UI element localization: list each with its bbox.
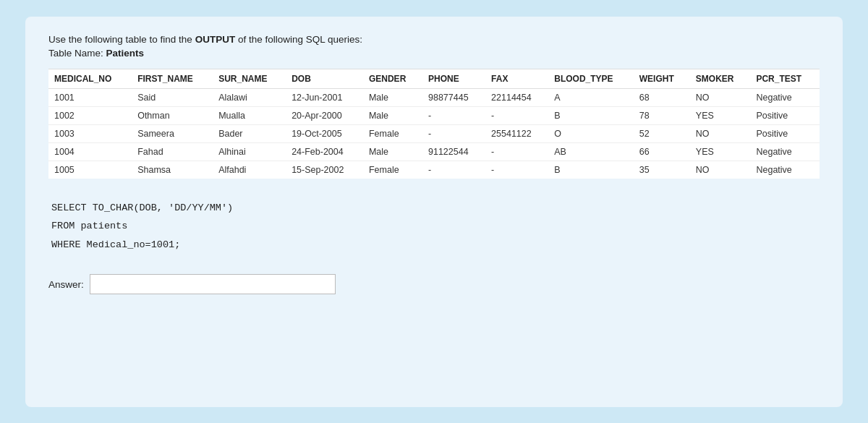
cell-r1-c1: Othman bbox=[132, 106, 213, 124]
cell-r2-c3: 19-Oct-2005 bbox=[286, 124, 363, 142]
cell-r0-c8: 68 bbox=[634, 88, 690, 106]
cell-r4-c8: 35 bbox=[634, 161, 690, 179]
cell-r0-c4: Male bbox=[363, 88, 422, 106]
answer-row: Answer: bbox=[48, 274, 820, 294]
col-header-phone: PHONE bbox=[422, 69, 485, 88]
cell-r4-c5: - bbox=[422, 161, 485, 179]
col-header-smoker: SMOKER bbox=[690, 69, 751, 88]
cell-r0-c7: A bbox=[548, 88, 634, 106]
cell-r2-c5: - bbox=[422, 124, 485, 142]
cell-r3-c7: AB bbox=[548, 142, 634, 161]
cell-r0-c6: 22114454 bbox=[485, 88, 548, 106]
table-name-bold: Patients bbox=[106, 48, 145, 59]
cell-r2-c8: 52 bbox=[634, 124, 690, 142]
cell-r1-c2: Mualla bbox=[213, 106, 286, 124]
cell-r3-c3: 24-Feb-2004 bbox=[286, 142, 363, 161]
table-body: 1001SaidAlalawi12-Jun-2001Male9887744522… bbox=[48, 88, 820, 179]
col-header-blood_type: BLOOD_TYPE bbox=[548, 69, 634, 88]
cell-r4-c7: B bbox=[548, 161, 634, 179]
table-row: 1005ShamsaAlfahdi15-Sep-2002Female--B35N… bbox=[48, 161, 820, 179]
cell-r3-c5: 91122544 bbox=[422, 142, 485, 161]
table-name-line: Table Name: Patients bbox=[48, 48, 820, 59]
cell-r1-c9: YES bbox=[690, 106, 751, 124]
answer-label: Answer: bbox=[48, 279, 84, 290]
cell-r2-c9: NO bbox=[690, 124, 751, 142]
cell-r2-c6: 25541122 bbox=[485, 124, 548, 142]
table-row: 1002OthmanMualla20-Apr-2000Male--B78YESP… bbox=[48, 106, 820, 124]
cell-r3-c4: Male bbox=[363, 142, 422, 161]
cell-r0-c1: Said bbox=[132, 88, 213, 106]
cell-r2-c1: Sameera bbox=[132, 124, 213, 142]
cell-r3-c1: Fahad bbox=[132, 142, 213, 161]
cell-r0-c9: NO bbox=[690, 88, 751, 106]
sql-line2: FROM patients bbox=[51, 217, 820, 236]
sql-line1: SELECT TO_CHAR(DOB, 'DD/YY/MM') bbox=[51, 199, 820, 218]
cell-r4-c4: Female bbox=[363, 161, 422, 179]
table-row: 1003SameeraBader19-Oct-2005Female-255411… bbox=[48, 124, 820, 142]
cell-r3-c6: - bbox=[485, 142, 548, 161]
cell-r1-c8: 78 bbox=[634, 106, 690, 124]
instruction-line1: Use the following table to find the OUTP… bbox=[48, 34, 820, 45]
table-row: 1001SaidAlalawi12-Jun-2001Male9887744522… bbox=[48, 88, 820, 106]
main-card: Use the following table to find the OUTP… bbox=[25, 17, 843, 407]
col-header-pcr_test: PCR_TEST bbox=[750, 69, 820, 88]
col-header-sur_name: SUR_NAME bbox=[213, 69, 286, 88]
cell-r1-c5: - bbox=[422, 106, 485, 124]
col-header-fax: FAX bbox=[485, 69, 548, 88]
table-header-row: MEDICAL_NOFIRST_NAMESUR_NAMEDOBGENDERPHO… bbox=[48, 69, 820, 88]
sql-block: SELECT TO_CHAR(DOB, 'DD/YY/MM') FROM pat… bbox=[48, 199, 820, 255]
cell-r2-c2: Bader bbox=[213, 124, 286, 142]
cell-r0-c10: Negative bbox=[750, 88, 820, 106]
answer-input[interactable] bbox=[90, 274, 336, 294]
table-row: 1004FahadAlhinai24-Feb-2004Male91122544-… bbox=[48, 142, 820, 161]
cell-r0-c2: Alalawi bbox=[213, 88, 286, 106]
cell-r3-c2: Alhinai bbox=[213, 142, 286, 161]
col-header-medical_no: MEDICAL_NO bbox=[48, 69, 132, 88]
cell-r4-c6: - bbox=[485, 161, 548, 179]
cell-r4-c2: Alfahdi bbox=[213, 161, 286, 179]
cell-r4-c0: 1005 bbox=[48, 161, 132, 179]
col-header-weight: WEIGHT bbox=[634, 69, 690, 88]
cell-r2-c0: 1003 bbox=[48, 124, 132, 142]
patients-table: MEDICAL_NOFIRST_NAMESUR_NAMEDOBGENDERPHO… bbox=[48, 69, 820, 179]
cell-r1-c6: - bbox=[485, 106, 548, 124]
cell-r3-c9: YES bbox=[690, 142, 751, 161]
cell-r1-c4: Male bbox=[363, 106, 422, 124]
cell-r1-c3: 20-Apr-2000 bbox=[286, 106, 363, 124]
cell-r2-c4: Female bbox=[363, 124, 422, 142]
cell-r0-c0: 1001 bbox=[48, 88, 132, 106]
cell-r0-c5: 98877445 bbox=[422, 88, 485, 106]
output-bold: OUTPUT bbox=[195, 34, 236, 45]
sql-line3: WHERE Medical_no=1001; bbox=[51, 236, 820, 255]
cell-r1-c0: 1002 bbox=[48, 106, 132, 124]
cell-r3-c0: 1004 bbox=[48, 142, 132, 161]
cell-r0-c3: 12-Jun-2001 bbox=[286, 88, 363, 106]
cell-r3-c10: Negative bbox=[750, 142, 820, 161]
cell-r1-c7: B bbox=[548, 106, 634, 124]
col-header-dob: DOB bbox=[286, 69, 363, 88]
cell-r4-c9: NO bbox=[690, 161, 751, 179]
col-header-first_name: FIRST_NAME bbox=[132, 69, 213, 88]
cell-r4-c10: Negative bbox=[750, 161, 820, 179]
cell-r2-c7: O bbox=[548, 124, 634, 142]
cell-r2-c10: Positive bbox=[750, 124, 820, 142]
col-header-gender: GENDER bbox=[363, 69, 422, 88]
cell-r4-c1: Shamsa bbox=[132, 161, 213, 179]
cell-r3-c8: 66 bbox=[634, 142, 690, 161]
cell-r1-c10: Positive bbox=[750, 106, 820, 124]
cell-r4-c3: 15-Sep-2002 bbox=[286, 161, 363, 179]
